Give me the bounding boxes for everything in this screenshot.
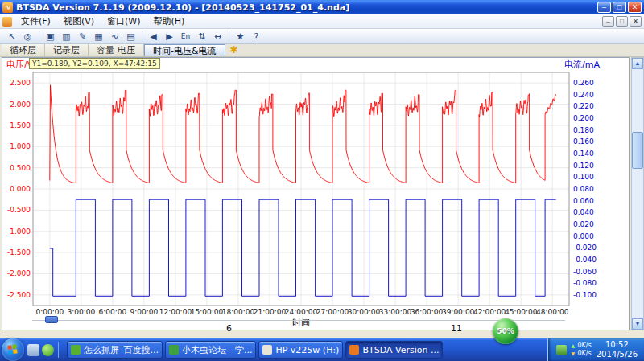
help-tool-button[interactable]: ?: [249, 30, 264, 43]
upload-speed: 0K/s: [578, 342, 592, 349]
toolbar-separator: [229, 31, 229, 42]
x-axis-title: 时间: [292, 318, 310, 328]
tab-bar: 循环层记录层容量-电压时间-电压&电流✱: [0, 44, 644, 57]
curve-view-button[interactable]: ∿: [107, 30, 122, 43]
taskbar-task-2[interactable]: 小木虫论坛 - 学...: [165, 341, 256, 359]
child-restore-button[interactable]: □: [616, 16, 628, 27]
titlebar[interactable]: ∿ BTSDA Version 7.1.19 (2009.12.10) - [2…: [0, 0, 644, 14]
right-tick-label: 0.160: [573, 137, 594, 146]
zoom-tool-button[interactable]: ◎: [20, 30, 35, 43]
antivirus-tray-icon[interactable]: [556, 345, 567, 355]
horizontal-scroll-thumb[interactable]: [45, 316, 58, 323]
maximize-button[interactable]: □: [613, 2, 626, 13]
status-bar: [0, 330, 644, 338]
x-tick-label: 15:00:00: [191, 308, 224, 316]
tab-4[interactable]: 时间-电压&电流: [144, 44, 225, 56]
next-record-button[interactable]: ▶: [162, 30, 177, 43]
right-tick-label: 0.200: [573, 114, 594, 122]
bar-view-button[interactable]: ▤: [123, 30, 138, 43]
minimize-button[interactable]: –: [597, 2, 611, 13]
speed-ball[interactable]: 50%: [493, 318, 518, 344]
right-tick-label: 0.000: [573, 232, 594, 240]
tab-3[interactable]: 容量-电压: [89, 44, 144, 56]
taskbar-separator: [58, 342, 59, 358]
annotate-tool-button[interactable]: ✎: [75, 30, 90, 43]
x-tick-label: 18:00:00: [222, 308, 255, 316]
child-close-button[interactable]: ✕: [630, 16, 642, 27]
taskbar-task-1[interactable]: 怎么抓屏_百度搜...: [67, 341, 163, 359]
start-button[interactable]: [2, 338, 24, 361]
chart-plot[interactable]: 0:00:003:00:006:00:009:00:0012:00:0015:0…: [2, 58, 629, 330]
scroll-down-icon[interactable]: ▼: [632, 318, 643, 330]
horizontal-scroll-track[interactable]: [32, 320, 565, 321]
current-series: [50, 199, 556, 296]
x-tick-label: 3:00:00: [67, 308, 95, 316]
taskbar-clock[interactable]: 10:52 2014/5/26: [597, 340, 638, 359]
menu-item-2[interactable]: 视图(V): [57, 14, 101, 28]
taskbar-task-4[interactable]: BTSDA Version ...: [345, 341, 443, 359]
x-tick-label: 48:00:00: [536, 308, 569, 316]
task-buttons: 怎么抓屏_百度搜...小木虫论坛 - 学...HP v225w (H:)BTSD…: [67, 341, 544, 359]
close-button[interactable]: ✕: [628, 2, 642, 13]
x-tick-label: 24:00:00: [285, 308, 318, 316]
quick-launch: [24, 342, 64, 358]
right-tick-label: -0.040: [573, 256, 597, 264]
download-speed: 0K/s: [578, 350, 592, 357]
right-tick-label: 0.100: [573, 173, 594, 181]
menu-item-4[interactable]: 帮助(H): [147, 14, 192, 28]
quick-launch-browser-icon[interactable]: [42, 344, 54, 356]
right-tick-label: 0.220: [573, 102, 594, 110]
left-tick-label: -0.500: [7, 206, 31, 214]
left-tick-label: 0.000: [10, 185, 31, 193]
x-tick-label: 36:00:00: [411, 308, 444, 316]
task-label: BTSDA Version ...: [362, 345, 439, 355]
language-english-button[interactable]: En: [178, 30, 193, 43]
right-tick-label: 0.140: [573, 150, 594, 158]
x-tick-label: 39:00:00: [442, 308, 475, 316]
pan-tool-button[interactable]: ↔: [210, 30, 225, 43]
menu-item-3[interactable]: 窗口(W): [101, 14, 147, 28]
right-tick-label: 0.240: [573, 91, 594, 99]
menu-item-1[interactable]: 文件(F): [14, 14, 57, 28]
tab-2[interactable]: 记录层: [45, 44, 89, 56]
x-tick-label: 33:00:00: [379, 308, 412, 316]
favorite-star-icon[interactable]: ✱: [225, 44, 243, 56]
system-tray: ▲0K/s ▼0K/s 10:52 2014/5/26: [547, 338, 644, 361]
clock-time: 10:52: [597, 340, 638, 350]
right-tick-label: 0.020: [573, 220, 594, 228]
left-tick-label: 2.000: [10, 101, 31, 109]
sort-toggle-button[interactable]: ⇅: [194, 30, 209, 43]
vertical-scrollbar[interactable]: ▲ ▼: [631, 57, 644, 330]
settings-tool-button[interactable]: ▣: [43, 30, 58, 43]
window-title: BTSDA Version 7.1.19 (2009.12.10) - [201…: [16, 2, 594, 13]
x-tick-label: 9:00:00: [130, 308, 159, 316]
page-number-right: 11: [451, 323, 462, 334]
window-controls: – □ ✕: [597, 2, 642, 13]
upload-arrow-icon: ▲: [572, 342, 578, 350]
child-minimize-button[interactable]: –: [602, 16, 614, 27]
toolbar-separator: [142, 31, 142, 42]
clock-date: 2014/5/26: [597, 350, 638, 359]
task-icon: [71, 345, 80, 355]
right-tick-label: 0.260: [573, 79, 594, 87]
page-number-left: 6: [226, 323, 232, 334]
tab-1[interactable]: 循环层: [2, 44, 45, 56]
x-tick-label: 27:00:00: [316, 308, 349, 316]
prev-record-button[interactable]: ◀: [146, 30, 161, 43]
data-grid-view-button[interactable]: ▦: [91, 30, 106, 43]
scroll-up-icon[interactable]: ▲: [632, 58, 643, 69]
report-view-button[interactable]: ▥: [59, 30, 74, 43]
taskbar-task-3[interactable]: HP v225w (H:): [258, 341, 343, 359]
network-speed-indicator: ▲0K/s ▼0K/s: [572, 342, 592, 358]
marker-tool-button[interactable]: ★: [233, 30, 248, 43]
show-desktop-icon[interactable]: [27, 344, 39, 356]
chart-panel: 电压/V Y1=0.189, Y2=0.109, X=47:42:15 电流/m…: [2, 57, 630, 330]
x-tick-label: 12:00:00: [159, 308, 192, 316]
toolbar: ↖◎▣▥✎▦∿▤◀▶En⇅↔★?: [0, 29, 644, 44]
voltage-series: [50, 85, 556, 183]
menu-bar: 文件(F)视图(V)窗口(W)帮助(H) – □ ✕: [0, 14, 644, 29]
vertical-scroll-thumb[interactable]: [632, 132, 643, 169]
x-tick-label: 42:00:00: [473, 308, 506, 316]
download-arrow-icon: ▼: [572, 350, 578, 358]
cursor-tool-button[interactable]: ↖: [4, 30, 19, 43]
